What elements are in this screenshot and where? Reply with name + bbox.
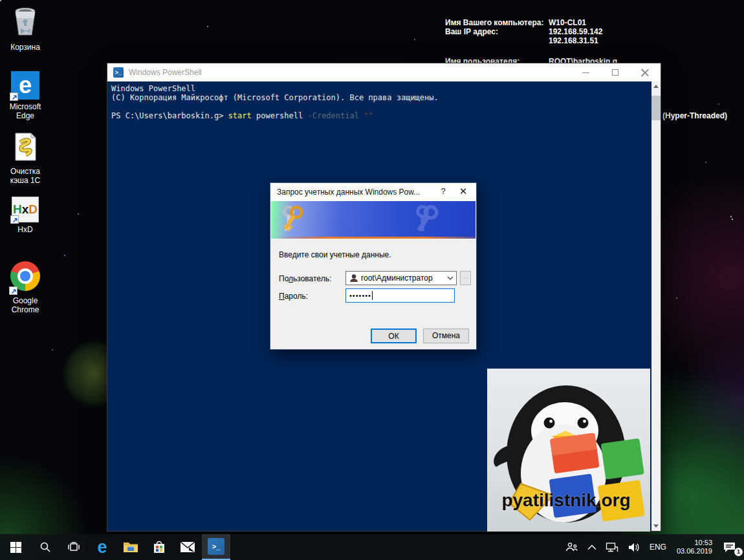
watermark-site-text: pyatilistnik.org [487, 490, 645, 511]
taskbar-explorer-button[interactable] [116, 534, 145, 560]
close-icon [641, 69, 649, 76]
edge-letter: e [19, 74, 32, 97]
ok-button[interactable]: ОК [371, 328, 417, 343]
task-view-button[interactable] [60, 534, 88, 560]
console-argument: powershell [252, 111, 308, 120]
desktop-icon-label: Корзина [1, 43, 49, 52]
close-button[interactable] [631, 63, 661, 81]
desktop-icon-1c-cache-script[interactable]: Очистка кэша 1С [1, 132, 49, 185]
taskbar-search-button[interactable] [31, 534, 60, 560]
language-indicator[interactable]: ENG [645, 534, 671, 560]
username-combobox[interactable]: root\Администратор [345, 271, 457, 285]
browse-button[interactable]: ... [460, 271, 471, 285]
desktop-icon-label: Очистка кэша 1С [1, 167, 49, 185]
console-string: "" [359, 111, 373, 120]
dialog-close-button[interactable]: ✕ [457, 186, 470, 199]
network-button[interactable] [601, 534, 623, 560]
mail-icon [180, 541, 195, 553]
maximize-icon [612, 69, 618, 76]
scrollbar-thumb[interactable] [651, 96, 661, 120]
system-tray: ENG 10:53 03.06.2019 1 [561, 534, 744, 560]
text-caret [372, 291, 373, 300]
search-icon [39, 541, 51, 553]
maximize-button[interactable] [601, 63, 631, 81]
hxd-letter-h: H [13, 202, 22, 217]
keys-watermark-icon [403, 202, 459, 239]
bginfo-block: Имя Вашего компьютера:W10-CL01 Ваш IP ад… [445, 18, 602, 45]
desktop-icon-edge[interactable]: e Microsoft Edge [1, 71, 49, 120]
network-icon [606, 542, 618, 553]
taskbar-clock[interactable]: 10:53 03.06.2019 [671, 539, 718, 555]
shortcut-arrow-icon [9, 286, 17, 295]
bginfo-hyperthreaded: (Hyper-Threaded) [662, 111, 727, 120]
powershell-titlebar[interactable]: >_ Windows PowerShell [107, 63, 661, 81]
desktop-icon-label: Microsoft Edge [1, 102, 49, 120]
dialog-message: Введите свои учетные данные. [279, 250, 391, 259]
powershell-icon: >_ [208, 538, 224, 555]
clock-date: 03.06.2019 [677, 547, 712, 555]
password-dots: ••••••• [349, 292, 371, 299]
people-button[interactable] [561, 534, 583, 560]
console-prompt-line: PS C:\Users\barboskin.g> start powershel… [111, 111, 651, 120]
taskbar-edge-button[interactable]: e [88, 534, 116, 560]
script-icon [13, 132, 38, 164]
taskbar: e >_ [0, 534, 744, 560]
minimize-button[interactable] [571, 63, 601, 81]
desktop-icon-hxd[interactable]: HxD HxD [1, 197, 49, 234]
username-value: root\Администратор [361, 274, 444, 283]
password-input[interactable]: ••••••• [345, 288, 455, 303]
desktop-icon-label: Google Chrome [1, 296, 49, 314]
scroll-down-icon[interactable] [651, 521, 661, 531]
desktop-icon-recycle-bin[interactable]: Корзина [1, 5, 49, 52]
dialog-title: Запрос учетных данных Windows Pow... [277, 188, 420, 197]
hxd-letter-d: D [28, 202, 38, 217]
keys-icon [279, 203, 314, 237]
dialog-help-button[interactable]: ? [437, 186, 449, 198]
minimize-icon [582, 72, 589, 73]
scroll-up-icon[interactable] [651, 81, 661, 92]
console-line: (C) Корпорация Майкрософт (Microsoft Cor… [111, 93, 651, 102]
windows-logo-icon [10, 542, 21, 553]
microsoft-store-icon [153, 540, 166, 554]
console-prompt: PS C:\Users\barboskin.g> [111, 111, 228, 120]
people-icon [565, 542, 578, 552]
taskbar-store-button[interactable] [145, 534, 173, 560]
console-command: start [228, 111, 252, 120]
clock-time: 10:53 [677, 539, 712, 547]
wallpaper-stars [0, 0, 1, 1]
powershell-window-icon: >_ [113, 67, 124, 78]
hxd-letter-x: x [22, 202, 29, 217]
notification-badge: 1 [734, 548, 743, 556]
taskbar-powershell-button[interactable]: >_ [202, 534, 230, 560]
bginfo-computer-label: Имя Вашего компьютера: [445, 18, 549, 27]
combobox-chevron-down-icon[interactable] [444, 272, 456, 285]
tray-expand-button[interactable] [583, 534, 601, 560]
watermark-image: pyatilistnik.org [487, 369, 650, 532]
dialog-banner [271, 201, 476, 239]
console-scrollbar[interactable] [651, 81, 661, 531]
volume-button[interactable] [623, 534, 645, 560]
desktop-icon-label: HxD [1, 225, 49, 234]
bginfo-ip-value-1: 192.168.59.142 [549, 27, 602, 36]
recycle-bin-icon [10, 5, 40, 40]
desktop-icon-chrome[interactable]: Google Chrome [1, 261, 49, 314]
password-label: Пароль: [279, 292, 308, 301]
task-view-icon [67, 541, 80, 553]
action-center-button[interactable]: 1 [718, 534, 744, 560]
file-explorer-icon [123, 541, 138, 554]
console-parameter: -Credential [307, 111, 358, 120]
user-icon [349, 274, 358, 283]
credential-dialog: Запрос учетных данных Windows Pow... ? ✕ [270, 182, 477, 350]
speaker-icon [628, 542, 640, 553]
banner-orange-line [271, 237, 476, 239]
start-button[interactable] [0, 534, 31, 560]
edge-icon: e [97, 539, 107, 556]
shortcut-arrow-icon [10, 92, 18, 101]
bginfo-computer-value: W10-CL01 [549, 18, 586, 27]
chevron-up-icon [587, 544, 596, 550]
cancel-button[interactable]: Отмена [423, 328, 469, 343]
desktop: Корзина e Microsoft Edge Очистка кэша 1С [0, 0, 744, 560]
shortcut-arrow-icon [10, 215, 19, 224]
taskbar-mail-button[interactable] [173, 534, 202, 560]
bginfo-ip-value-2: 192.168.31.51 [549, 36, 598, 45]
